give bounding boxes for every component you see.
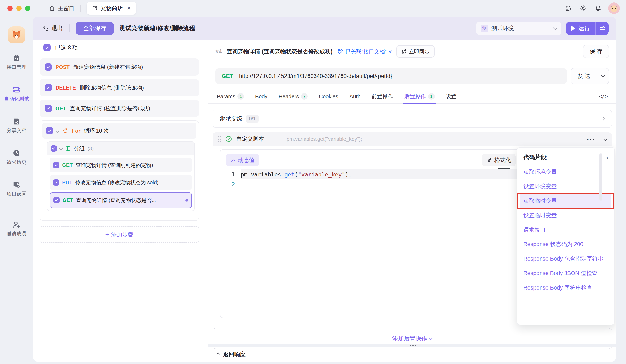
chevron-right-icon (601, 117, 605, 121)
line-number: 1 (221, 171, 241, 178)
step-checkbox[interactable] (46, 127, 53, 134)
step-checkbox[interactable] (53, 179, 59, 186)
step-checkbox[interactable] (53, 197, 60, 203)
dynamic-value-label: 动态值 (238, 156, 255, 164)
code-view-icon[interactable]: </> (599, 94, 608, 99)
snippet-get-temp-variable[interactable]: 获取临时变量 (520, 194, 611, 208)
script-preview: pm.variables.get("variable_key"); (286, 136, 362, 142)
group-header-row[interactable]: 分组 (3) (47, 142, 194, 155)
url-input[interactable]: GET http://127.0.0.1:4523/m1/3760340-339… (216, 68, 567, 84)
code-token-string: "variable_key" (298, 171, 345, 178)
code-area[interactable]: 1 pm.variables.get("variable_key"); 2 (221, 169, 525, 189)
collapse-chevron-icon[interactable] (59, 147, 63, 150)
automation-icon (13, 86, 20, 94)
minimize-window-button[interactable] (16, 6, 22, 11)
step-checkbox[interactable] (53, 162, 59, 168)
tab-post-operations[interactable]: 后置操作 1 (404, 89, 435, 103)
invite-person-icon (13, 221, 20, 229)
save-all-button[interactable]: 全部保存 (76, 22, 114, 35)
sync-now-button[interactable]: 立即同步 (396, 45, 434, 58)
snippet-response-status-200[interactable]: Response 状态码为 200 (523, 237, 608, 252)
add-step-button[interactable]: + 添加步骤 (40, 226, 199, 243)
line-number: 2 (221, 181, 241, 188)
back-arrow-icon (43, 25, 49, 32)
step-row-create-pet[interactable]: POST 新建宠物信息 (新建在售宠物) (40, 58, 199, 76)
sidebar-item-label: 项目设置 (7, 191, 27, 197)
sidebar-item-api-management[interactable]: 接口管理 (7, 54, 27, 70)
format-button[interactable]: 格式化 (482, 154, 516, 166)
step-row-update-pet[interactable]: PUT 修改宠物信息 (修改宠物状态为 sold) (50, 175, 192, 190)
panel-resize-handle[interactable] (208, 344, 616, 347)
tab-auth[interactable]: Auth (350, 89, 361, 103)
database-gear-icon (13, 181, 20, 189)
zoom-window-button[interactable] (25, 6, 30, 11)
tab-headers[interactable]: Headers 7 (279, 89, 308, 103)
close-tab-icon[interactable]: × (127, 5, 131, 12)
custom-script-header[interactable]: 自定义脚本 pm.variables.get("variable_key"); … (213, 132, 612, 146)
snippet-response-body-json-check[interactable]: Response Body JSON 值检查 (523, 266, 608, 280)
tab-settings[interactable]: 设置 (446, 89, 457, 103)
inherit-parent-card[interactable]: 继承父级 0/1 (213, 110, 612, 128)
save-button[interactable]: 保 存 (583, 45, 609, 58)
group-body: GET 查询宠物详情 (查询刚刚建的宠物) PUT 修改宠物信息 (修改宠物状态… (47, 155, 194, 211)
exit-button[interactable]: 退出 (43, 24, 63, 32)
run-button[interactable]: 运行 (566, 22, 609, 35)
tab-body[interactable]: Body (255, 89, 268, 103)
gear-icon[interactable] (580, 5, 587, 12)
snippet-send-request[interactable]: 请求接口 (523, 223, 608, 237)
tab-cookies[interactable]: Cookies (319, 89, 338, 103)
collapse-chevron-icon[interactable] (56, 129, 59, 132)
drag-handle-icon[interactable] (218, 136, 221, 142)
sidebar-item-request-history[interactable]: 请求历史 (7, 149, 27, 165)
send-options-button[interactable] (597, 74, 609, 78)
project-logo[interactable] (8, 27, 25, 43)
tab-params[interactable]: Params 1 (217, 89, 244, 103)
script-code-editor[interactable]: 动态值 格式化 1 pm.variab (220, 149, 525, 318)
send-button[interactable]: 发 送 (571, 68, 609, 84)
tab-pre-operations[interactable]: 前置操作 (372, 89, 393, 103)
step-checkbox[interactable] (45, 84, 52, 91)
selected-count-label: 已选 8 项 (55, 44, 78, 51)
step-checkbox[interactable] (45, 64, 52, 70)
snippet-label: 设置环境变量 (523, 182, 557, 191)
snippet-set-temp-variable[interactable]: 设置临时变量 (523, 208, 608, 223)
snippet-get-env-variable[interactable]: 获取环境变量 (523, 165, 608, 179)
for-loop-row[interactable]: For 循环 10 次 (42, 123, 196, 138)
sync-icon[interactable] (565, 5, 572, 12)
linked-doc-link[interactable]: 已关联“接口文档” (338, 48, 391, 55)
tab-main-window[interactable]: 主窗口 (49, 4, 75, 12)
tab-pet-store[interactable]: 宠物商店 × (86, 2, 136, 15)
chevron-right-icon[interactable]: › (606, 154, 608, 161)
step-row-query-pet[interactable]: GET 查询宠物详情 (检查删除是否成功) (40, 100, 199, 117)
select-all-checkbox[interactable] (43, 44, 50, 51)
sidebar-item-invite-members[interactable]: 邀请成员 (7, 221, 27, 237)
sidebar-item-share-docs[interactable]: 分享文档 (7, 117, 27, 134)
snippets-scrollbar[interactable] (599, 153, 602, 201)
step-row-delete-pet[interactable]: DELETE 删除宠物信息 (删除该宠物) (40, 79, 199, 96)
dynamic-value-button[interactable]: 动态值 (226, 154, 259, 166)
bell-icon[interactable] (594, 5, 602, 12)
more-actions-icon[interactable]: ··· (587, 135, 595, 143)
for-loop-block: For 循环 10 次 分组 (3) (40, 120, 199, 221)
environment-select[interactable]: 测 测试环境 (476, 22, 561, 35)
step-checkbox[interactable] (50, 145, 57, 152)
user-avatar[interactable] (608, 2, 620, 14)
step-title: 新建宠物信息 (新建在售宠物) (73, 64, 143, 71)
sidebar-item-automation-testing[interactable]: 自动化测试 (4, 86, 29, 102)
tab-label: Headers (279, 93, 299, 100)
refresh-icon (401, 49, 407, 54)
snippet-response-body-string-check[interactable]: Response Body 字符串检查 (523, 280, 608, 295)
close-window-button[interactable] (7, 6, 13, 11)
sidebar-item-project-settings[interactable]: 项目设置 (7, 181, 27, 197)
step-checkbox[interactable] (45, 105, 52, 112)
snippet-set-env-variable[interactable]: 设置环境变量 (523, 179, 608, 194)
code-token-paren: ( (295, 171, 298, 178)
run-config-button[interactable] (596, 25, 609, 32)
group-label: 分组 (74, 145, 85, 152)
step-row-query-pet-status[interactable]: GET 查询宠物详情 (查询宠物状态是否... (50, 192, 192, 208)
run-main[interactable]: 运行 (566, 24, 595, 32)
collapse-chevron-icon[interactable] (603, 137, 607, 141)
snippet-response-body-contains[interactable]: Response Body 包含指定字符串 (523, 252, 608, 266)
step-row-query-created-pet[interactable]: GET 查询宠物详情 (查询刚刚建的宠物) (50, 158, 192, 172)
method-label: DELETE (55, 85, 76, 91)
